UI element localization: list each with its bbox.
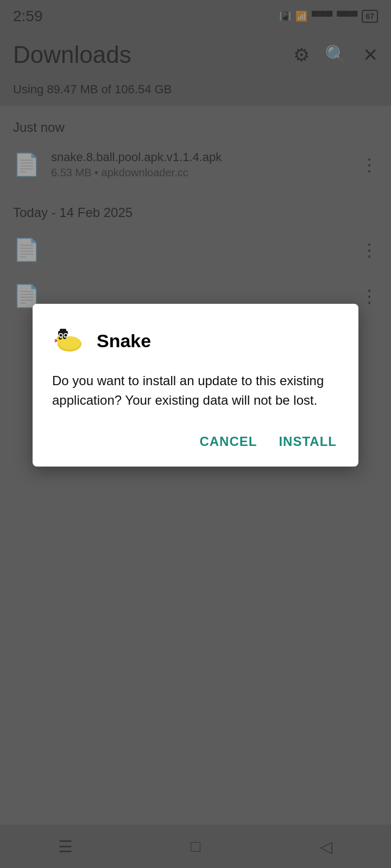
svg-point-14 xyxy=(60,334,62,337)
snake-app-icon xyxy=(52,323,87,358)
dialog-app-title: Snake xyxy=(97,330,151,352)
svg-line-8 xyxy=(55,341,57,342)
svg-point-15 xyxy=(65,334,67,337)
install-dialog: Snake Do you want to install an update t… xyxy=(33,304,358,467)
dialog-message: Do you want to install an update to this… xyxy=(52,371,339,410)
install-button[interactable]: INSTALL xyxy=(276,430,339,454)
cancel-button[interactable]: CANCEL xyxy=(197,430,259,454)
svg-rect-11 xyxy=(60,329,66,333)
dialog-overlay: Snake Do you want to install an update t… xyxy=(0,0,391,868)
dialog-header: Snake xyxy=(52,323,339,358)
dialog-actions: CANCEL INSTALL xyxy=(52,430,339,454)
